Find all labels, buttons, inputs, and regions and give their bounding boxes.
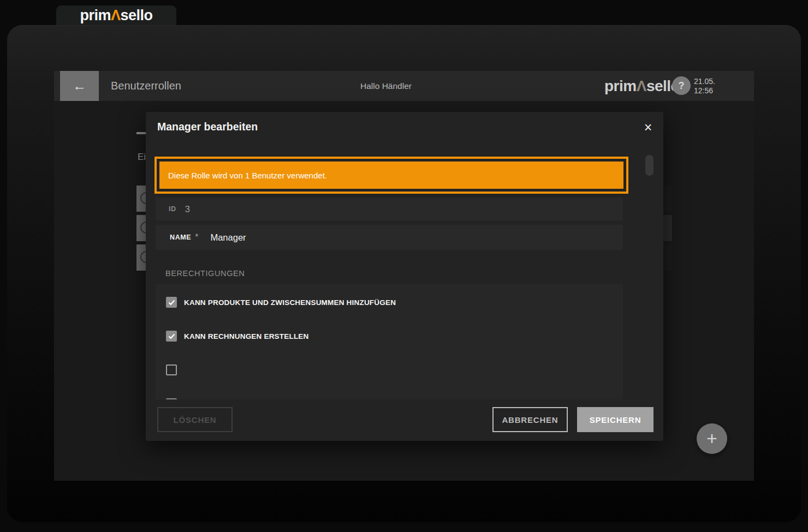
alert-body: Diese Rolle wird von 1 Benutzer verwende… xyxy=(159,162,623,189)
header-brand-caret-icon: Λ xyxy=(637,77,646,95)
close-icon: × xyxy=(644,119,652,135)
role-row-icon-fragment xyxy=(136,186,146,212)
id-label: ID xyxy=(169,205,176,213)
checkbox[interactable] xyxy=(166,398,177,399)
permission-row-partial[interactable] xyxy=(156,392,623,399)
clipped-description-text: Ei xyxy=(138,152,146,163)
header-brand-logo: primΛsello xyxy=(604,71,680,101)
brand-logo: primΛsello xyxy=(80,7,152,24)
alert-text: Diese Rolle wird von 1 Benutzer verwende… xyxy=(159,171,327,180)
checkbox[interactable] xyxy=(166,297,177,308)
check-icon xyxy=(168,300,175,306)
checkbox[interactable] xyxy=(166,331,177,342)
time-text: 12:56 xyxy=(694,86,715,95)
role-row-fragment-selected xyxy=(663,215,672,241)
screen: primΛsello ← Benutzerrollen Hallo Händle… xyxy=(0,0,808,532)
circle-icon xyxy=(140,222,146,234)
app-header: ← Benutzerrollen Hallo Händler primΛsell… xyxy=(54,71,754,101)
cancel-button[interactable]: ABBRECHEN xyxy=(492,407,568,432)
checkbox[interactable] xyxy=(166,364,177,375)
save-button[interactable]: SPEICHERN xyxy=(577,407,653,432)
brand-tab: primΛsello xyxy=(56,5,176,26)
role-row-fragment xyxy=(663,186,672,212)
permission-label: KANN PRODUKTE UND ZWISCHENSUMMEN HINZUFÜ… xyxy=(184,298,396,307)
datetime-display: 21.05. 12:56 xyxy=(694,71,715,101)
id-value: 3 xyxy=(185,204,190,214)
close-button[interactable]: × xyxy=(638,117,658,137)
permission-row[interactable] xyxy=(156,358,623,382)
add-role-button[interactable]: + xyxy=(697,423,727,454)
brand-logo-post: sello xyxy=(121,7,153,23)
required-mark: * xyxy=(195,232,198,242)
delete-button[interactable]: LÖSCHEN xyxy=(157,407,233,432)
check-icon xyxy=(168,333,175,339)
permission-row[interactable]: KANN PRODUKTE UND ZWISCHENSUMMEN HINZUFÜ… xyxy=(156,290,623,314)
modal-title: Manager bearbeiten xyxy=(157,121,258,133)
greeting-text: Hallo Händler xyxy=(360,71,412,101)
circle-icon xyxy=(140,192,146,204)
role-row-icon-fragment xyxy=(136,244,146,271)
name-label: NAME xyxy=(170,234,191,241)
permissions-section-label: BERECHTIGUNGEN xyxy=(165,269,245,278)
brand-logo-pre: prim xyxy=(80,7,111,23)
page-title: Benutzerrollen xyxy=(111,71,181,101)
permissions-panel: KANN PRODUKTE UND ZWISCHENSUMMEN HINZUFÜ… xyxy=(156,284,623,399)
circle-icon xyxy=(140,251,146,263)
role-usage-alert: Diese Rolle wird von 1 Benutzer verwende… xyxy=(155,157,628,194)
header-brand-pre: prim xyxy=(604,77,637,95)
back-arrow-icon: ← xyxy=(73,78,86,94)
permission-label: KANN RECHNUNGEN ERSTELLEN xyxy=(184,332,309,340)
role-row-icon-fragment xyxy=(136,215,146,241)
scrollbar-thumb[interactable] xyxy=(645,155,653,176)
permission-row[interactable]: KANN RECHNUNGEN ERSTELLEN xyxy=(156,324,623,348)
help-button[interactable]: ? xyxy=(672,76,691,95)
edit-role-modal: Manager bearbeiten × Diese Rolle wird vo… xyxy=(146,112,663,441)
back-button[interactable]: ← xyxy=(60,71,99,101)
name-value: Manager xyxy=(210,232,246,243)
brand-caret-icon: Λ xyxy=(111,7,121,23)
plus-icon: + xyxy=(706,429,717,447)
date-text: 21.05. xyxy=(694,77,715,86)
question-icon: ? xyxy=(679,80,685,92)
id-field: ID 3 xyxy=(156,198,623,220)
name-field[interactable]: NAME * Manager xyxy=(156,225,623,250)
role-row-fragment xyxy=(663,244,672,271)
